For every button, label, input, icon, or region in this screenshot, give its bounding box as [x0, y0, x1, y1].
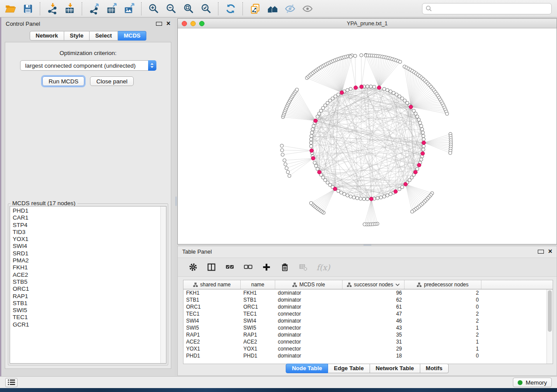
- graph-node[interactable]: [288, 174, 291, 178]
- cell-name[interactable]: SWI4: [241, 318, 275, 324]
- graph-node[interactable]: [398, 187, 401, 191]
- result-node-orc1[interactable]: ORC1: [10, 285, 166, 292]
- cell-shared-name[interactable]: SWI4: [183, 318, 241, 324]
- graph-node[interactable]: [352, 196, 356, 199]
- cell-shared-name[interactable]: STB1: [183, 297, 241, 303]
- cell-predecessor-nodes[interactable]: 2: [405, 318, 481, 324]
- cell-mcds-role[interactable]: dominator: [275, 290, 343, 296]
- graph-node[interactable]: [398, 60, 402, 64]
- column-header-successor-nodes[interactable]: successor nodes: [343, 280, 405, 289]
- graph-node[interactable]: [310, 134, 313, 138]
- cell-predecessor-nodes[interactable]: 2: [405, 332, 481, 338]
- graph-node[interactable]: [343, 193, 346, 196]
- graph-node[interactable]: [309, 201, 313, 205]
- table-tab-network-table[interactable]: Network Table: [370, 364, 420, 373]
- graph-node[interactable]: [379, 196, 383, 199]
- cell-name[interactable]: PHD1: [241, 353, 275, 359]
- cell-successor-nodes[interactable]: 35: [343, 332, 405, 338]
- graph-mcds-node[interactable]: [404, 182, 408, 186]
- cell-predecessor-nodes[interactable]: 0: [405, 304, 481, 310]
- cell-name[interactable]: STB1: [241, 297, 275, 303]
- cell-shared-name[interactable]: ACE2: [183, 339, 241, 345]
- clone-network-button[interactable]: [246, 1, 264, 16]
- graph-node[interactable]: [446, 112, 449, 116]
- graph-mcds-node[interactable]: [311, 156, 315, 160]
- graph-mcds-node[interactable]: [377, 86, 381, 90]
- minimize-window-icon[interactable]: [190, 21, 196, 26]
- graph-node[interactable]: [417, 118, 421, 121]
- graph-mcds-node[interactable]: [318, 170, 322, 174]
- cell-name[interactable]: FKH1: [241, 290, 275, 296]
- cell-predecessor-nodes[interactable]: 1: [405, 339, 481, 345]
- search-box[interactable]: [422, 3, 552, 14]
- table-options-gear-button[interactable]: [187, 261, 199, 273]
- result-node-fkh1[interactable]: FKH1: [10, 264, 166, 271]
- cell-successor-nodes[interactable]: 46: [343, 318, 405, 324]
- graph-node[interactable]: [313, 161, 317, 165]
- cell-mcds-role[interactable]: connector: [275, 339, 343, 345]
- cell-successor-nodes[interactable]: 31: [343, 339, 405, 345]
- zoom-out-button[interactable]: [163, 1, 180, 16]
- result-node-stb1[interactable]: STB1: [10, 300, 166, 307]
- column-header-shared-name[interactable]: shared name: [183, 280, 241, 289]
- graph-node[interactable]: [419, 158, 423, 162]
- column-header-mcds-role[interactable]: MCDS role: [275, 280, 343, 289]
- graph-node[interactable]: [362, 197, 366, 201]
- cell-shared-name[interactable]: ORC1: [183, 304, 241, 310]
- cell-successor-nodes[interactable]: 62: [343, 297, 405, 303]
- cell-mcds-role[interactable]: dominator: [275, 318, 343, 324]
- graph-node[interactable]: [419, 124, 423, 128]
- cell-name[interactable]: ORC1: [241, 304, 275, 310]
- graph-node[interactable]: [311, 127, 315, 131]
- export-table-button[interactable]: [103, 1, 121, 16]
- graph-node[interactable]: [295, 88, 299, 92]
- close-panel-icon-button[interactable]: ×: [166, 21, 170, 27]
- table-row-orc1[interactable]: ORC1ORC1dominator610: [183, 303, 553, 310]
- graph-node[interactable]: [422, 144, 426, 148]
- result-node-swi5[interactable]: SWI5: [10, 307, 166, 314]
- result-node-swi4[interactable]: SWI4: [10, 243, 166, 250]
- graph-node[interactable]: [415, 167, 419, 171]
- graph-node[interactable]: [346, 194, 349, 197]
- graph-node[interactable]: [422, 148, 425, 151]
- graph-node[interactable]: [449, 151, 452, 155]
- cell-name[interactable]: YOX1: [241, 346, 275, 352]
- graph-node[interactable]: [309, 144, 313, 148]
- graph-node[interactable]: [337, 93, 340, 96]
- graph-node[interactable]: [386, 89, 389, 92]
- graph-mcds-node[interactable]: [409, 105, 413, 109]
- first-neighbors-button[interactable]: [264, 1, 281, 16]
- cell-name[interactable]: ACE2: [241, 339, 275, 345]
- result-node-srd1[interactable]: SRD1: [10, 250, 166, 257]
- table-row-stb1[interactable]: STB1STB1dominator620: [183, 296, 553, 303]
- tab-select[interactable]: Select: [90, 31, 118, 41]
- graph-node[interactable]: [360, 54, 363, 57]
- cell-successor-nodes[interactable]: 61: [343, 304, 405, 310]
- cell-shared-name[interactable]: YOX1: [183, 346, 241, 352]
- zoom-in-button[interactable]: [145, 1, 163, 16]
- unselect-all-columns-button[interactable]: [242, 261, 254, 273]
- cell-name[interactable]: TEC1: [241, 311, 275, 317]
- cell-shared-name[interactable]: RAP1: [183, 332, 241, 338]
- result-node-ace2[interactable]: ACE2: [10, 272, 166, 279]
- cell-successor-nodes[interactable]: 29: [343, 346, 405, 352]
- cell-predecessor-nodes[interactable]: 1: [405, 325, 481, 331]
- graph-node[interactable]: [411, 210, 414, 213]
- graph-node[interactable]: [346, 89, 349, 92]
- result-node-rap1[interactable]: RAP1: [10, 293, 166, 300]
- cell-predecessor-nodes[interactable]: 2: [405, 290, 481, 296]
- graph-node[interactable]: [286, 170, 290, 174]
- table-row-ace2[interactable]: ACE2ACE2connector311: [183, 338, 553, 345]
- delete-column-button[interactable]: [279, 261, 291, 273]
- close-panel-button[interactable]: Close panel: [90, 76, 133, 86]
- tab-network[interactable]: Network: [30, 31, 64, 41]
- result-node-tec1[interactable]: TEC1: [10, 314, 166, 321]
- table-scrollbar-thumb[interactable]: [548, 290, 552, 332]
- graph-mcds-node[interactable]: [414, 170, 418, 174]
- show-columns-button[interactable]: [206, 261, 217, 273]
- maximize-window-icon[interactable]: [199, 21, 204, 26]
- graph-node[interactable]: [310, 131, 314, 134]
- cell-shared-name[interactable]: FKH1: [183, 290, 241, 296]
- graph-node[interactable]: [421, 127, 424, 131]
- table-tab-motifs[interactable]: Motifs: [420, 364, 449, 373]
